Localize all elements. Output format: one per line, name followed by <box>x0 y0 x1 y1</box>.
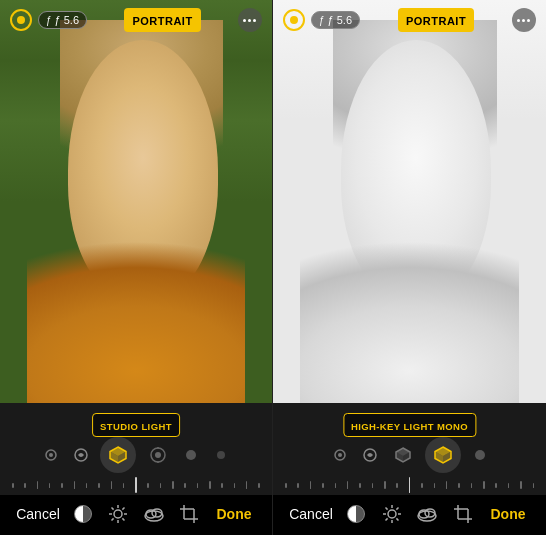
right-light-off1[interactable] <box>329 444 351 466</box>
left-circle-half-icon[interactable] <box>70 501 96 527</box>
left-crop-icon[interactable] <box>176 501 202 527</box>
right-aperture-badge: ƒ ƒ 5.6 <box>311 11 360 29</box>
t-center <box>135 477 137 493</box>
t <box>123 483 125 488</box>
t <box>421 483 423 488</box>
t <box>221 483 223 488</box>
t <box>172 481 174 489</box>
right-circle-half-icon[interactable] <box>343 501 369 527</box>
right-toolbar: Cancel <box>273 495 546 535</box>
left-light-off2[interactable] <box>70 444 92 466</box>
t <box>209 481 211 489</box>
right-lighting-badge-container: HIGH-KEY LIGHT MONO <box>273 409 546 433</box>
left-panel: ƒ ƒ 5.6 PORTRAIT STUDIO LIGHT <box>0 0 273 535</box>
left-filter-svg <box>143 506 165 522</box>
left-cancel-button[interactable]: Cancel <box>16 506 60 522</box>
t <box>458 483 460 488</box>
t <box>359 483 361 488</box>
svg-line-21 <box>112 518 114 520</box>
right-circle-half-shape <box>347 505 365 523</box>
left-photo-bg <box>0 0 272 403</box>
left-more-dot1 <box>243 19 246 22</box>
right-camera-dot <box>290 16 298 24</box>
right-filter-icon[interactable] <box>414 501 440 527</box>
right-light-off2[interactable] <box>359 444 381 466</box>
left-portrait-badge[interactable]: PORTRAIT <box>124 8 200 32</box>
t <box>297 483 299 488</box>
right-cancel-button[interactable]: Cancel <box>289 506 333 522</box>
right-top-bar: ƒ ƒ 5.6 PORTRAIT <box>273 0 546 40</box>
left-more-button[interactable] <box>238 8 262 32</box>
svg-line-20 <box>123 508 125 510</box>
left-done-button[interactable]: Done <box>212 506 256 522</box>
left-cancel-label: Cancel <box>16 506 60 522</box>
right-more-dot1 <box>517 19 520 22</box>
right-light-off3-icon <box>394 446 412 464</box>
right-bottom-area: HIGH-KEY LIGHT MONO <box>273 403 546 535</box>
right-sun-icon[interactable] <box>379 501 405 527</box>
svg-point-11 <box>186 450 196 460</box>
right-camera-icon <box>283 9 305 31</box>
t <box>98 483 100 488</box>
left-camera-icon <box>10 9 32 31</box>
right-portrait-badge[interactable]: PORTRAIT <box>398 8 474 32</box>
svg-point-40 <box>475 450 485 460</box>
left-tick-row <box>6 477 266 493</box>
left-aperture-value: ƒ 5.6 <box>55 14 79 26</box>
right-done-button[interactable]: Done <box>486 506 530 522</box>
right-crop-icon[interactable] <box>450 501 476 527</box>
left-cube-icon <box>107 444 129 466</box>
left-toolbar: Cancel <box>0 495 272 535</box>
svg-point-12 <box>217 451 225 459</box>
t <box>12 483 14 488</box>
t <box>111 481 113 489</box>
left-lighting-label: STUDIO LIGHT <box>100 421 172 432</box>
t <box>310 481 312 489</box>
left-filter-icon[interactable] <box>141 501 167 527</box>
t <box>234 483 236 488</box>
right-light-active[interactable] <box>425 437 461 473</box>
left-light-off4[interactable] <box>180 444 202 466</box>
t <box>49 483 51 488</box>
t <box>246 481 248 489</box>
t <box>160 483 162 488</box>
left-light-active[interactable] <box>100 437 136 473</box>
right-lighting-label: HIGH-KEY LIGHT MONO <box>351 421 468 432</box>
right-light-off4[interactable] <box>469 444 491 466</box>
left-light-off3[interactable] <box>144 441 172 469</box>
right-f-symbol: ƒ <box>319 15 325 26</box>
t <box>508 483 510 488</box>
right-more-dot3 <box>527 19 530 22</box>
right-more-button[interactable] <box>512 8 536 32</box>
left-lighting-row <box>0 433 272 477</box>
t-center <box>409 477 411 493</box>
t <box>533 483 535 488</box>
right-tick-row <box>279 477 540 493</box>
t <box>258 483 260 488</box>
left-done-label: Done <box>216 506 251 522</box>
t <box>347 481 349 489</box>
t <box>372 483 374 488</box>
left-slider-wrapper[interactable] <box>0 477 272 495</box>
right-portrait-label: PORTRAIT <box>406 15 466 27</box>
right-light-off3[interactable] <box>389 441 417 469</box>
left-sun-icon[interactable] <box>105 501 131 527</box>
t <box>483 481 485 489</box>
t <box>446 481 448 489</box>
left-sun-svg <box>107 503 129 525</box>
right-photo-bg <box>273 0 546 403</box>
right-slider-wrapper[interactable] <box>273 477 546 495</box>
left-light-off5[interactable] <box>210 444 232 466</box>
svg-point-41 <box>388 510 396 518</box>
right-photo-area <box>273 0 546 403</box>
left-portrait-label: PORTRAIT <box>132 15 192 27</box>
left-light-off4-icon <box>184 448 198 462</box>
left-photo-area <box>0 0 272 403</box>
svg-point-1 <box>49 453 53 457</box>
t <box>520 481 522 489</box>
t <box>396 483 398 488</box>
left-aperture-badge: ƒ ƒ 5.6 <box>38 11 87 29</box>
svg-line-49 <box>385 518 387 520</box>
left-light-off1[interactable] <box>40 444 62 466</box>
t <box>74 481 76 489</box>
